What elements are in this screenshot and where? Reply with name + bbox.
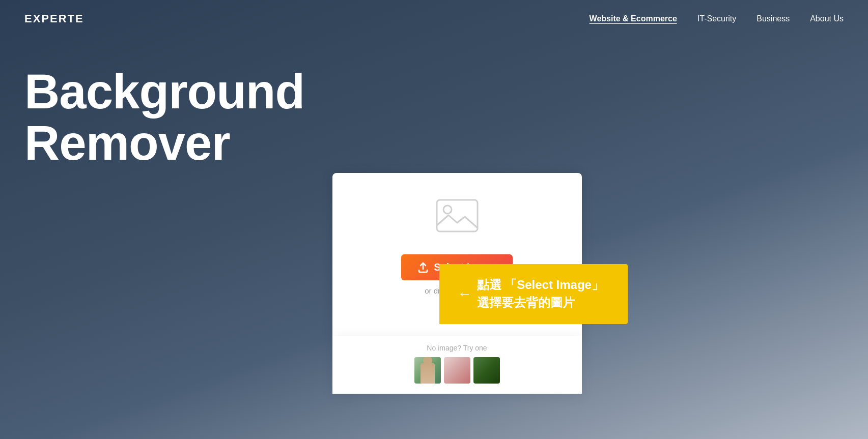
sample-images xyxy=(414,357,500,384)
sample-thumb-3[interactable] xyxy=(473,357,500,384)
sample-thumb-2[interactable] xyxy=(444,357,470,384)
nav-item-about-us[interactable]: About Us xyxy=(810,14,844,23)
try-label: No image? Try one xyxy=(427,344,487,352)
nav-item-website-ecommerce[interactable]: Website & Ecommerce xyxy=(590,14,677,23)
svg-point-1 xyxy=(443,206,452,214)
hero-section: EXPERTE Website & Ecommerce IT-Security … xyxy=(0,0,868,439)
hero-title: Background Remover xyxy=(24,66,868,169)
upload-icon xyxy=(417,262,429,273)
image-placeholder-icon xyxy=(434,197,480,238)
callout-annotation: ← 點選 「Select Image」 選擇要去背的圖片 xyxy=(439,264,628,324)
sample-thumb-1[interactable] xyxy=(414,357,441,384)
nav-item-it-security[interactable]: IT-Security xyxy=(697,14,736,23)
navbar: EXPERTE Website & Ecommerce IT-Security … xyxy=(0,0,868,38)
callout-arrow-icon: ← xyxy=(458,286,472,302)
nav-item-business[interactable]: Business xyxy=(757,14,790,23)
hero-title-line2: Remover xyxy=(24,115,230,170)
nav-link-business[interactable]: Business xyxy=(757,14,790,23)
logo[interactable]: EXPERTE xyxy=(24,12,84,25)
callout-line2: 選擇要去背的圖片 xyxy=(477,294,604,312)
nav-link-it-security[interactable]: IT-Security xyxy=(697,14,736,23)
callout-line1: 點選 「Select Image」 xyxy=(477,276,604,294)
try-strip: No image? Try one xyxy=(332,336,582,394)
callout-text: 點選 「Select Image」 選擇要去背的圖片 xyxy=(477,276,604,312)
nav-links: Website & Ecommerce IT-Security Business… xyxy=(590,14,844,23)
nav-link-website-ecommerce[interactable]: Website & Ecommerce xyxy=(590,14,677,23)
hero-title-line1: Background xyxy=(24,64,304,119)
svg-rect-0 xyxy=(437,200,478,231)
nav-link-about-us[interactable]: About Us xyxy=(810,14,844,23)
